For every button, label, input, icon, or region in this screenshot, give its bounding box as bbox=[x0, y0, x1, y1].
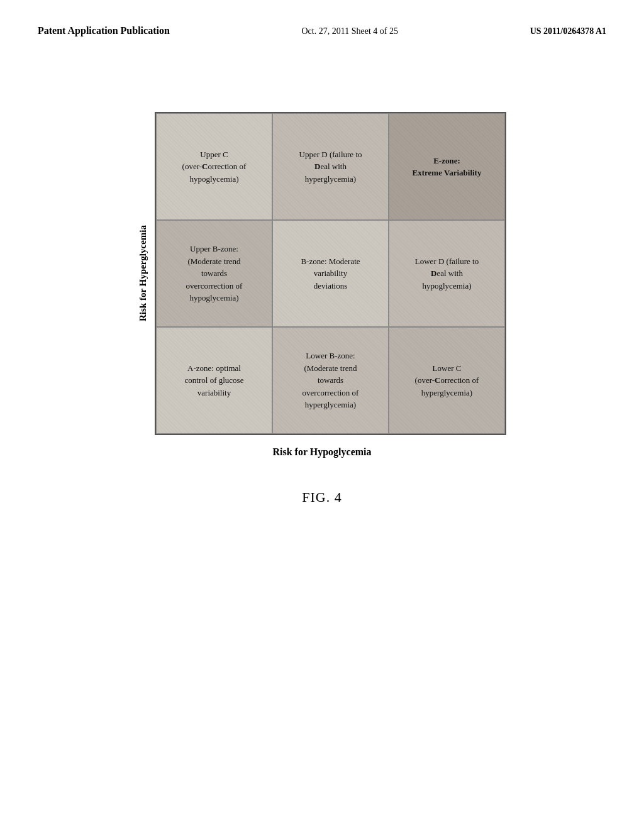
page-header: Patent Application Publication Oct. 27, … bbox=[0, 0, 644, 36]
cell-r3c2: Lower B-zone:(Moderate trendtowardsoverc… bbox=[272, 327, 389, 434]
grid: Upper C(over-Correction ofhypoglycemia) … bbox=[155, 112, 506, 435]
cell-r3c1-text: A-zone: optimalcontrol of glucosevariabi… bbox=[185, 362, 244, 399]
cell-r2c3: Lower D (failure toDeal withhypoglycemia… bbox=[389, 220, 505, 327]
cell-r1c2-text: Upper D (failure toDeal withhyperglycemi… bbox=[299, 148, 362, 185]
cell-r2c1: Upper B-zone:(Moderate trendtowardsoverc… bbox=[156, 220, 272, 327]
fig-label: FIG. 4 bbox=[302, 489, 341, 506]
cell-r3c2-text: Lower B-zone:(Moderate trendtowardsoverc… bbox=[303, 350, 359, 411]
cell-r2c1-text: Upper B-zone:(Moderate trendtowardsoverc… bbox=[186, 243, 243, 304]
x-axis-label: Risk for Hypoglycemia bbox=[272, 446, 371, 458]
cell-r1c3-text: E-zone:Extreme Variability bbox=[413, 155, 482, 179]
cell-r1c1-text: Upper C(over-Correction ofhypoglycemia) bbox=[182, 148, 247, 185]
main-content: Risk for Hyperglycemia Upper C(over-Corr… bbox=[0, 112, 644, 506]
cell-r2c2: B-zone: Moderatevariabilitydeviations bbox=[272, 220, 389, 327]
header-date-sheet: Oct. 27, 2011 Sheet 4 of 25 bbox=[301, 26, 397, 36]
y-axis-label: Risk for Hyperglycemia bbox=[138, 225, 148, 321]
header-title: Patent Application Publication bbox=[38, 25, 170, 36]
cell-r2c2-text: B-zone: Moderatevariabilitydeviations bbox=[301, 255, 360, 292]
header-patent-number: US 2011/0264378 A1 bbox=[530, 26, 606, 36]
cell-r1c1: Upper C(over-Correction ofhypoglycemia) bbox=[156, 113, 272, 220]
cell-r2c3-text: Lower D (failure toDeal withhypoglycemia… bbox=[415, 255, 479, 292]
cell-r1c3: E-zone:Extreme Variability bbox=[389, 113, 505, 220]
cell-r3c3-text: Lower C(over-Correction ofhyperglycemia) bbox=[415, 362, 479, 399]
cell-r1c2: Upper D (failure toDeal withhyperglycemi… bbox=[272, 113, 389, 220]
cell-r3c1: A-zone: optimalcontrol of glucosevariabi… bbox=[156, 327, 272, 434]
chart-container: Risk for Hyperglycemia Upper C(over-Corr… bbox=[138, 112, 506, 435]
cell-r3c3: Lower C(over-Correction ofhyperglycemia) bbox=[389, 327, 505, 434]
